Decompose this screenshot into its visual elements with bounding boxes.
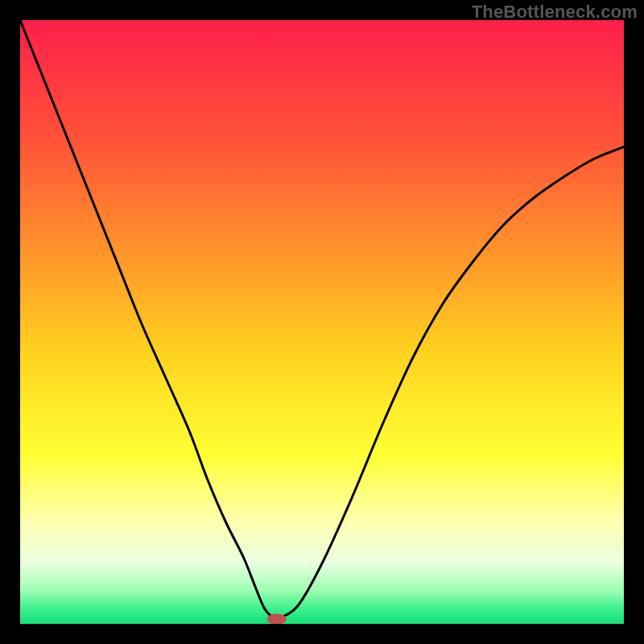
chart-frame: TheBottleneck.com (0, 0, 644, 644)
bottleneck-chart (20, 20, 624, 624)
gradient-background (20, 20, 624, 624)
plot-area (20, 20, 624, 624)
